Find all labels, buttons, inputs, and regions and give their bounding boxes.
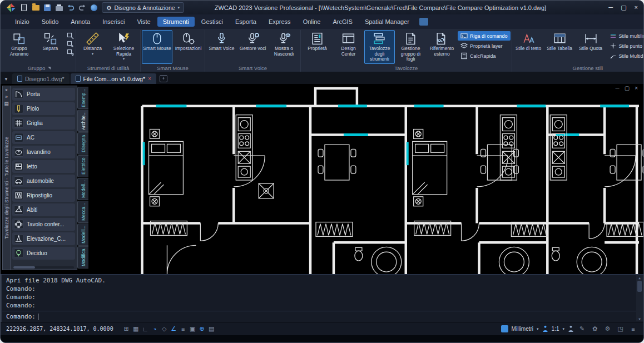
- tavolozze-degli-strumenti-button[interactable]: Tavolozze degli strumenti: [364, 30, 395, 64]
- palette-tab-disegna-2[interactable]: Disegna: [77, 132, 88, 155]
- minimize-button[interactable]: ─: [608, 4, 613, 11]
- tab-list-icon[interactable]: ▼: [3, 77, 11, 84]
- palette-item-deciduo[interactable]: Deciduo: [12, 247, 75, 260]
- open-file-icon[interactable]: [32, 4, 39, 12]
- palette-tab-esemp-0[interactable]: Esemp...: [77, 87, 88, 109]
- stile-quota-button[interactable]: Stile Quota: [576, 30, 606, 64]
- smart-mouse-button[interactable]: Smart Mouse: [142, 30, 172, 64]
- annotation-visibility-icon[interactable]: [568, 325, 574, 332]
- tab-gestisci[interactable]: Gestisci: [196, 17, 229, 27]
- riga-di-comando-button[interactable]: Riga di comando: [458, 31, 511, 41]
- palette-close-icon[interactable]: ×: [5, 87, 8, 93]
- lineweight-icon[interactable]: ≡: [179, 324, 188, 334]
- status-menu-icon[interactable]: ≡: [628, 324, 638, 334]
- palette-item-tavolo-confer[interactable]: Tavolo confer...: [12, 218, 75, 231]
- group-select-icon[interactable]: [67, 48, 74, 56]
- palette-item-abiti[interactable]: Abiti: [12, 203, 75, 216]
- smart-globe-icon[interactable]: [90, 4, 98, 12]
- palette-item-griglia[interactable]: Griglia: [12, 117, 75, 130]
- print-icon[interactable]: [55, 4, 63, 12]
- workspace-gear-icon[interactable]: ⚙: [603, 324, 612, 334]
- snap-icon[interactable]: ⊞: [122, 324, 131, 334]
- tab-online[interactable]: Online: [298, 17, 326, 27]
- palette-item-ripostiglio[interactable]: Ripostiglio: [12, 189, 75, 202]
- palette-tab-elettrico-3[interactable]: Elettrico: [77, 155, 88, 177]
- dyn-input-icon[interactable]: ⊕: [197, 324, 207, 334]
- osnap-icon[interactable]: ◇: [160, 324, 169, 334]
- polar-icon[interactable]: ◔: [150, 324, 160, 334]
- tab-esporta[interactable]: Esporta: [230, 17, 262, 27]
- tab-strumenti[interactable]: Strumenti: [157, 17, 195, 27]
- palette-tab-modell-4[interactable]: Modell...: [77, 178, 88, 200]
- close-button[interactable]: ×: [635, 4, 638, 11]
- tab-inizio[interactable]: Inizio: [9, 17, 35, 27]
- units-icon[interactable]: [501, 325, 508, 332]
- smart-voice-button[interactable]: Smart Voice: [206, 30, 237, 64]
- save-file-icon[interactable]: [43, 4, 51, 12]
- palette-item-lavandino[interactable]: lavandino: [12, 146, 75, 158]
- palette-tab-archite-1[interactable]: Archite...: [77, 110, 88, 132]
- selezione-rapida-button[interactable]: Selezione Rapida ▾: [108, 30, 139, 64]
- gruppo-anonimo-button[interactable]: Gruppo Anonimo: [4, 30, 34, 64]
- stile-multilinea-button[interactable]: Stile multilinea: [607, 31, 643, 41]
- maximize-button[interactable]: ▢: [621, 4, 626, 11]
- gestore-voci-button[interactable]: Gestore voci: [237, 30, 268, 64]
- design-center-button[interactable]: Design Center: [333, 30, 364, 64]
- scroll-down-icon[interactable]: ▼: [638, 317, 641, 321]
- annotation-scale-icon[interactable]: [542, 325, 548, 332]
- tab-inserisci[interactable]: Inserisci: [97, 17, 130, 27]
- units-label[interactable]: Millimetri: [512, 326, 533, 332]
- tab-arcgis[interactable]: ArcGIS: [327, 17, 358, 27]
- chevron-down-icon[interactable]: ▾: [562, 327, 564, 331]
- stile-tabella-button[interactable]: Stile Tabella: [544, 30, 575, 64]
- scale-label[interactable]: 1:1: [552, 326, 559, 332]
- palette-scrollbar[interactable]: [13, 266, 74, 269]
- palette-item-automobile[interactable]: automobile: [12, 175, 75, 187]
- drawing-canvas[interactable]: ─ ▢ ×: [1, 84, 643, 274]
- palette-item-ac[interactable]: AC: [12, 131, 75, 144]
- tab-spatial-manager[interactable]: Spatial Manager: [359, 17, 415, 27]
- palette-item-piolo[interactable]: Piolo: [12, 102, 75, 115]
- impostazioni-button[interactable]: Impostazioni: [173, 30, 204, 64]
- redo-icon[interactable]: [78, 4, 86, 12]
- palette-properties-icon[interactable]: ▤: [4, 101, 8, 106]
- gestione-gruppo-di-fogli-button[interactable]: Gestione gruppo di fogli: [395, 30, 426, 64]
- palette-item-letto[interactable]: letto: [12, 160, 75, 173]
- tab-annota[interactable]: Annota: [65, 17, 96, 27]
- undo-icon[interactable]: [67, 4, 75, 12]
- tab-express[interactable]: Express: [263, 17, 296, 27]
- palette-item-elevazione-c[interactable]: Elevazione_C...: [12, 232, 75, 245]
- otrack-icon[interactable]: ∠: [169, 324, 179, 334]
- new-drawing-tab-icon[interactable]: +: [160, 75, 167, 82]
- workspace-select[interactable]: ⚙ Disegno & Annotazione ▾: [102, 2, 184, 13]
- palette-item-porta[interactable]: Porta: [12, 88, 75, 101]
- dialog-launcher-icon[interactable]: [48, 67, 51, 69]
- close-tab-icon[interactable]: ×: [148, 76, 151, 82]
- separa-button[interactable]: Separa: [35, 30, 66, 64]
- dyn-ucs-icon[interactable]: ▣: [188, 324, 197, 334]
- calcrapida-button[interactable]: CalcRapida: [458, 51, 511, 61]
- doc-tab-file-compare[interactable]: File Com...on v1.0.dwg* ×: [71, 73, 156, 84]
- stile-di-testo-button[interactable]: Stile di testo: [513, 30, 544, 64]
- chevron-down-icon[interactable]: ▾: [537, 327, 539, 331]
- tab-viste[interactable]: Viste: [131, 17, 156, 27]
- new-file-icon[interactable]: [20, 4, 28, 12]
- stile-punto-button[interactable]: Stile punto: [607, 41, 643, 51]
- distanza-button[interactable]: Distanza ▾: [77, 30, 108, 64]
- riferimento-esterno-button[interactable]: Riferimento esterno: [427, 30, 457, 64]
- viewport-restore-icon[interactable]: ▢: [625, 85, 630, 91]
- palette-autohide-icon[interactable]: »: [5, 94, 8, 100]
- palette-tab-mecca-5[interactable]: Mecca...: [77, 201, 88, 223]
- command-input[interactable]: Comando:: [1, 311, 643, 322]
- group-add-icon[interactable]: [67, 40, 74, 47]
- group-edit-icon[interactable]: [67, 32, 74, 39]
- viewport-close-icon[interactable]: ×: [635, 85, 638, 91]
- ribbon-display-toggle-icon[interactable]: [419, 18, 428, 26]
- annotation-display-icon[interactable]: ▤: [207, 324, 216, 334]
- auto-annotation-icon[interactable]: ✎: [577, 324, 587, 334]
- viewport-minimize-icon[interactable]: ─: [616, 85, 620, 91]
- palette-title-strip[interactable]: × » ▤ Tavolozze degli Strumenti - Tutte …: [2, 86, 11, 270]
- scroll-up-icon[interactable]: ▲: [638, 276, 641, 280]
- palette-tab-modell-6[interactable]: Modell...: [77, 223, 88, 246]
- proprieta-button[interactable]: Proprietà: [302, 30, 333, 64]
